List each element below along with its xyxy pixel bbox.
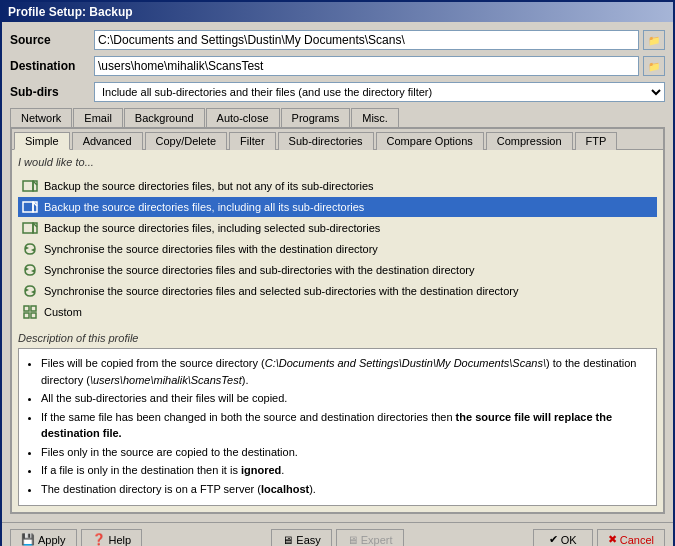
sync-icon — [22, 241, 38, 257]
subdirs-select[interactable]: Include all sub-directories and their fi… — [94, 82, 665, 102]
apply-label: Apply — [38, 534, 66, 546]
svg-marker-14 — [31, 290, 35, 294]
svg-marker-9 — [25, 246, 29, 250]
expert-label: Expert — [361, 534, 393, 546]
sync-subdirs-icon — [22, 262, 38, 278]
description-item-3: If the same file has been changed in bot… — [41, 409, 650, 442]
tab-filter[interactable]: Filter — [229, 132, 275, 150]
footer-center: 🖥 Easy 🖥 Expert — [271, 529, 403, 546]
options-list: Backup the source directories files, but… — [18, 176, 657, 322]
inner-tab-area: Simple Advanced Copy/Delete Filter Sub-d… — [10, 127, 665, 514]
expert-icon: 🖥 — [347, 534, 358, 546]
destination-label: Destination — [10, 59, 90, 73]
source-browse-button[interactable]: 📁 — [643, 30, 665, 50]
svg-rect-16 — [31, 306, 36, 311]
inner-content: I would like to... Backup the — [12, 150, 663, 512]
destination-input[interactable] — [94, 56, 639, 76]
ok-icon: ✔ — [549, 533, 558, 546]
option-label-5: Synchronise the source directories files… — [44, 285, 518, 297]
destination-browse-button[interactable]: 📁 — [643, 56, 665, 76]
tab-autoclose[interactable]: Auto-close — [206, 108, 280, 127]
ok-label: OK — [561, 534, 577, 546]
outer-tab-bar: Network Email Background Auto-close Prog… — [10, 108, 665, 127]
option-item-5[interactable]: Synchronise the source directories files… — [18, 281, 657, 301]
ok-button[interactable]: ✔ OK — [533, 529, 593, 546]
subdirs-label: Sub-dirs — [10, 85, 90, 99]
description-title: Description of this profile — [18, 332, 657, 344]
help-label: Help — [109, 534, 132, 546]
svg-rect-3 — [23, 202, 33, 212]
help-icon: ❓ — [92, 533, 106, 546]
tabs-area: Network Email Background Auto-close Prog… — [10, 108, 665, 514]
apply-icon: 💾 — [21, 533, 35, 546]
inner-tab-bar: Simple Advanced Copy/Delete Filter Sub-d… — [12, 129, 663, 150]
tab-email[interactable]: Email — [73, 108, 123, 127]
source-label: Source — [10, 33, 90, 47]
footer-right: ✔ OK ✖ Cancel — [533, 529, 665, 546]
sync-selected-icon — [22, 283, 38, 299]
destination-row: Destination 📁 — [10, 56, 665, 76]
tab-simple[interactable]: Simple — [14, 132, 70, 150]
description-item-5: If a file is only in the destination the… — [41, 462, 650, 479]
option-label-4: Synchronise the source directories files… — [44, 264, 474, 276]
tab-compareoptions[interactable]: Compare Options — [376, 132, 484, 150]
tab-compression[interactable]: Compression — [486, 132, 573, 150]
svg-marker-13 — [25, 288, 29, 292]
content-area: Source 📁 Destination 📁 Sub-dirs Include … — [2, 22, 673, 522]
option-item-selected[interactable]: Backup the source directories files, inc… — [18, 197, 657, 217]
tab-programs[interactable]: Programs — [281, 108, 351, 127]
description-item-1: Files will be copied from the source dir… — [41, 355, 650, 388]
svg-marker-11 — [25, 267, 29, 271]
option-item[interactable]: Backup the source directories files, but… — [18, 176, 657, 196]
tab-misc[interactable]: Misc. — [351, 108, 399, 127]
svg-rect-15 — [24, 306, 29, 311]
option-label-3: Synchronise the source directories files… — [44, 243, 378, 255]
option-item-custom[interactable]: Custom — [18, 302, 657, 322]
footer: 💾 Apply ❓ Help 🖥 Easy 🖥 Expert ✔ OK — [2, 522, 673, 546]
source-row: Source 📁 — [10, 30, 665, 50]
svg-rect-0 — [23, 181, 33, 191]
footer-left: 💾 Apply ❓ Help — [10, 529, 142, 546]
section-label: I would like to... — [18, 156, 657, 168]
tab-advanced[interactable]: Advanced — [72, 132, 143, 150]
custom-icon — [22, 304, 38, 320]
tab-copydelete[interactable]: Copy/Delete — [145, 132, 228, 150]
folder-icon: 📁 — [648, 61, 660, 72]
tab-network[interactable]: Network — [10, 108, 72, 127]
easy-button[interactable]: 🖥 Easy — [271, 529, 331, 546]
expert-button[interactable]: 🖥 Expert — [336, 529, 404, 546]
option-item-4[interactable]: Synchronise the source directories files… — [18, 260, 657, 280]
backup-all-icon — [22, 199, 38, 215]
svg-rect-6 — [23, 223, 33, 233]
help-button[interactable]: ❓ Help — [81, 529, 143, 546]
backup-selected-icon — [22, 220, 38, 236]
description-area: Description of this profile Files will b… — [18, 332, 657, 506]
cancel-icon: ✖ — [608, 533, 617, 546]
svg-rect-17 — [24, 313, 29, 318]
folder-icon: 📁 — [648, 35, 660, 46]
subdirs-row: Sub-dirs Include all sub-directories and… — [10, 82, 665, 102]
tab-ftp[interactable]: FTP — [575, 132, 618, 150]
description-item-6: The destination directory is on a FTP se… — [41, 481, 650, 498]
svg-marker-12 — [31, 269, 35, 273]
cancel-button[interactable]: ✖ Cancel — [597, 529, 665, 546]
description-list: Files will be copied from the source dir… — [25, 355, 650, 497]
option-label-2: Backup the source directories files, inc… — [44, 222, 380, 234]
option-label-custom: Custom — [44, 306, 82, 318]
option-item-2[interactable]: Backup the source directories files, inc… — [18, 218, 657, 238]
apply-button[interactable]: 💾 Apply — [10, 529, 77, 546]
backup-icon — [22, 178, 38, 194]
option-label-selected: Backup the source directories files, inc… — [44, 201, 364, 213]
svg-marker-10 — [31, 248, 35, 252]
svg-rect-18 — [31, 313, 36, 318]
source-input[interactable] — [94, 30, 639, 50]
option-item-3[interactable]: Synchronise the source directories files… — [18, 239, 657, 259]
easy-icon: 🖥 — [282, 534, 293, 546]
tab-subdirectories[interactable]: Sub-directories — [278, 132, 374, 150]
cancel-label: Cancel — [620, 534, 654, 546]
description-content: Files will be copied from the source dir… — [18, 348, 657, 506]
easy-label: Easy — [296, 534, 320, 546]
tab-background[interactable]: Background — [124, 108, 205, 127]
window-title: Profile Setup: Backup — [8, 5, 133, 19]
description-item-4: Files only in the source are copied to t… — [41, 444, 650, 461]
